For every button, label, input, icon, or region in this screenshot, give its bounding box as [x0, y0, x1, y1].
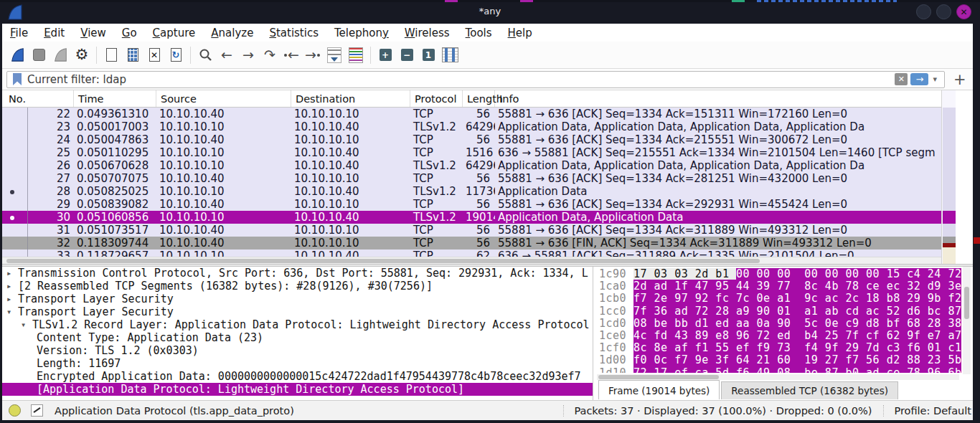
hex-row[interactable]: 1ce04c fd 43 89 e8 96 72 ed b4 25 7f cf …	[594, 330, 967, 342]
hex-bytes-selected[interactable]: 8c 8e af f1 55 ef f9 73 f4 9f 29 7d c3 f…	[633, 341, 961, 354]
detail-line[interactable]: Encrypted Application Data: 000000000000…	[2, 370, 593, 383]
hex-bytes-selected[interactable]: 2d ad 1f 47 95 44 39 77 8c 4b 78 ce ec 3…	[633, 280, 961, 293]
apply-filter-icon[interactable]: →	[910, 73, 928, 85]
packet-row[interactable]: 240.05004786310.10.10.4010.10.10.10TCP56…	[2, 133, 941, 146]
hscroll-thumb[interactable]	[598, 375, 719, 379]
menu-item-analyze[interactable]: Analyze	[203, 25, 261, 41]
auto-scroll-icon[interactable]	[324, 44, 345, 66]
hex-bytes-plain[interactable]: 17 03 03 2d b1	[633, 268, 736, 280]
detail-line[interactable]: Content Type: Application Data (23)	[2, 331, 593, 344]
bookmark-icon[interactable]	[13, 73, 22, 85]
expand-arrow-icon[interactable]: ▸	[6, 267, 18, 280]
go-first-packet-icon[interactable]: ←	[281, 44, 302, 66]
detail-line[interactable]: [Application Data Protocol: Lightweight …	[2, 383, 593, 396]
zoom-100-icon[interactable]: 1	[418, 44, 439, 66]
menu-item-tools[interactable]: Tools	[458, 25, 500, 41]
hscroll-thumb[interactable]	[6, 259, 760, 263]
packet-row[interactable]: 330.11872965710.10.10.1010.10.10.40TCP62…	[2, 249, 941, 257]
tab-reassembled-tcp[interactable]: Reassembled TCP (16382 bytes)	[721, 381, 898, 399]
menu-item-file[interactable]: File	[2, 25, 36, 41]
menu-item-telephony[interactable]: Telephony	[326, 25, 397, 41]
packet-row[interactable]: 280.05082502510.10.10.1010.10.10.40TLSv1…	[2, 185, 941, 198]
hex-row[interactable]: 1c9017 03 03 2d b1 00 00 00 00 00 00 00 …	[594, 268, 967, 280]
go-forward-icon[interactable]: →	[237, 44, 259, 66]
detail-line[interactable]: ▸Transmission Control Protocol, Src Port…	[2, 267, 593, 280]
detail-line[interactable]: Length: 11697	[2, 357, 593, 370]
save-file-icon[interactable]	[122, 44, 143, 66]
menu-item-wireless[interactable]: Wireless	[397, 25, 458, 41]
expand-arrow-icon[interactable]: ▸	[6, 293, 18, 305]
go-to-packet-icon[interactable]: ↷	[259, 44, 281, 66]
open-file-icon[interactable]	[100, 44, 122, 66]
column-header-destination[interactable]: Destination	[291, 90, 410, 107]
filter-dropdown-icon[interactable]: ▾	[933, 75, 937, 84]
column-header-source[interactable]: Source	[156, 90, 291, 107]
column-header-info[interactable]: Info	[495, 90, 941, 107]
zoom-in-icon[interactable]: +	[374, 44, 396, 66]
column-header-protocol[interactable]: Protocol	[410, 90, 463, 107]
column-header-time[interactable]: Time	[74, 90, 156, 107]
hex-row[interactable]: 1cc07f 36 ad 72 28 a9 90 01 a1 ab cd ac …	[594, 305, 967, 318]
start-capture-icon[interactable]	[6, 44, 28, 66]
packet-row[interactable]: 260.05067062810.10.10.1010.10.10.40TLSv1…	[2, 159, 941, 172]
menu-item-edit[interactable]: Edit	[36, 25, 72, 41]
detail-line[interactable]: ▸[2 Reassembled TCP Segments (16382 byte…	[2, 280, 593, 293]
go-last-packet-icon[interactable]: →	[302, 44, 324, 66]
stop-capture-icon[interactable]	[28, 44, 50, 66]
detail-line[interactable]: ▾TLSv1.2 Record Layer: Application Data …	[2, 318, 593, 331]
packet-row[interactable]: 270.05070707510.10.10.4010.10.10.10TCP56…	[2, 172, 941, 185]
profile-label[interactable]: Profile: Default	[883, 405, 980, 417]
detail-line[interactable]: ▸Transport Layer Security	[2, 293, 593, 305]
menu-item-capture[interactable]: Capture	[145, 25, 204, 41]
add-filter-button[interactable]: +	[953, 71, 966, 88]
hex-bytes-selected[interactable]: f7 2e 97 92 fc 7c 0e a1 9c ac 2c 18 b8 2…	[633, 292, 961, 305]
expand-arrow-icon[interactable]: ▸	[6, 280, 18, 293]
close-button[interactable]: ✕	[956, 4, 971, 19]
packet-row[interactable]: 310.05107351710.10.10.4010.10.10.10TCP56…	[2, 224, 941, 237]
hex-bytes-selected[interactable]: 72 17 ef ca 5d f6 49 08 be 87 b0 ad ce 7…	[633, 366, 961, 374]
menu-item-help[interactable]: Help	[500, 25, 540, 41]
menu-item-view[interactable]: View	[72, 25, 114, 41]
close-file-icon[interactable]: ✕	[143, 44, 165, 66]
expert-info-icon[interactable]	[9, 404, 21, 417]
capture-options-icon[interactable]: ⚙	[71, 44, 93, 66]
menu-item-go[interactable]: Go	[114, 25, 145, 41]
packet-row[interactable]: 300.05106085610.10.10.1010.10.10.40TLSv1…	[2, 211, 941, 224]
restart-capture-icon[interactable]	[50, 44, 71, 66]
zoom-out-icon[interactable]: −	[396, 44, 418, 66]
hex-row[interactable]: 1cd008 be bb d1 ed aa 0a 90 5c 0e c9 d8 …	[594, 318, 967, 330]
detail-line[interactable]: ▾Transport Layer Security	[2, 305, 593, 318]
maximize-button[interactable]	[936, 4, 951, 19]
column-header-length[interactable]: Length	[463, 90, 495, 107]
hex-row[interactable]: 1ca02d ad 1f 47 95 44 39 77 8c 4b 78 ce …	[594, 280, 967, 293]
hex-bytes-selected[interactable]: 7f 36 ad 72 28 a9 90 01 a1 ab cd ac 52 d…	[633, 305, 961, 318]
packet-row[interactable]: 320.11830974410.10.10.4010.10.10.10TCP56…	[2, 237, 941, 249]
capture-comment-icon[interactable]	[31, 404, 43, 417]
filter-text[interactable]: Current filter: ldap	[27, 73, 895, 86]
collapse-arrow-icon[interactable]: ▾	[6, 305, 18, 318]
vscroll-thumb[interactable]	[964, 287, 969, 319]
tab-frame[interactable]: Frame (19014 bytes)	[598, 380, 720, 399]
hex-vscrollbar[interactable]	[963, 267, 971, 374]
packet-row[interactable]: 290.05083908210.10.10.4010.10.10.10TCP56…	[2, 198, 941, 211]
find-packet-icon[interactable]	[194, 44, 216, 66]
reload-file-icon[interactable]: ↻	[165, 44, 187, 66]
packet-list-vscrollbar[interactable]	[941, 90, 956, 264]
display-filter-input[interactable]: Current filter: ldap ✕ → ▾	[6, 71, 945, 88]
title-bar[interactable]: *any ✕	[0, 0, 980, 24]
hex-bytes-selected[interactable]: 4c fd 43 89 e8 96 72 ed b4 25 7f cf 62 9…	[633, 329, 961, 342]
hex-bytes-selected[interactable]: 00 00 00 00 00 00 00 15 c4 24 72	[736, 268, 962, 280]
packet-row[interactable]: 220.04936131010.10.10.4010.10.10.10TCP56…	[2, 108, 941, 120]
hex-row[interactable]: 1cf08c 8e af f1 55 ef f9 73 f4 9f 29 7d …	[594, 342, 967, 354]
hex-row[interactable]: 1d00f0 0c f7 9e 3f 64 21 60 19 27 f7 56 …	[594, 354, 967, 366]
clear-filter-icon[interactable]: ✕	[895, 73, 908, 85]
hex-row[interactable]: 1cb0f7 2e 97 92 fc 7c 0e a1 9c ac 2c 18 …	[594, 293, 967, 305]
packet-list-hscrollbar[interactable]	[2, 257, 941, 264]
collapse-arrow-icon[interactable]: ▾	[21, 318, 32, 331]
go-back-icon[interactable]: ←	[216, 44, 237, 66]
hex-bytes-selected[interactable]: f0 0c f7 9e 3f 64 21 60 19 27 f7 56 d2 8…	[633, 353, 961, 366]
resize-columns-icon[interactable]	[439, 44, 461, 66]
packet-row[interactable]: 230.05001700310.10.10.1010.10.10.40TLSv1…	[2, 120, 941, 133]
hex-row[interactable]: 1d1072 17 ef ca 5d f6 49 08 be 87 b0 ad …	[594, 367, 967, 374]
packet-row[interactable]: 250.05011029510.10.10.1010.10.10.40TCP15…	[2, 146, 941, 159]
